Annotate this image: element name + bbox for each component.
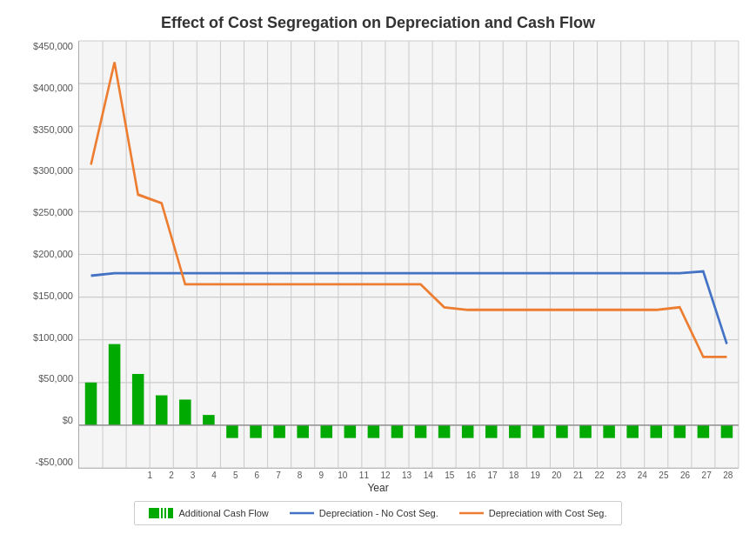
svg-rect-51 <box>345 425 357 438</box>
x-axis-label: 20 <box>546 471 568 480</box>
x-axis-label: 2 <box>161 471 183 480</box>
legend-no-seg-label: Depreciation - No Cost Seg. <box>319 508 438 518</box>
chart-legend: Additional Cash Flow Depreciation - No C… <box>134 501 621 525</box>
svg-rect-42 <box>132 374 144 425</box>
y-axis-label: $150,000 <box>33 290 73 301</box>
svg-rect-73 <box>170 508 173 518</box>
x-labels-row: 1234567891011121314151617181920212223242… <box>139 469 739 480</box>
svg-rect-66 <box>698 425 710 438</box>
y-axis-label: $100,000 <box>33 332 73 343</box>
svg-rect-41 <box>109 344 121 425</box>
svg-rect-65 <box>674 425 686 438</box>
svg-rect-62 <box>603 425 615 438</box>
svg-rect-54 <box>415 425 427 438</box>
x-axis-label: 21 <box>567 471 589 480</box>
x-axis-label: 26 <box>674 471 696 480</box>
y-axis-label: $0 <box>63 415 73 425</box>
svg-rect-43 <box>156 396 168 425</box>
chart-svg <box>79 41 739 468</box>
svg-rect-50 <box>320 425 332 438</box>
svg-rect-60 <box>556 425 568 438</box>
y-axis-labels: $450,000$400,000$350,000$300,000$250,000… <box>17 41 78 469</box>
legend-cash-flow: Additional Cash Flow <box>149 507 268 519</box>
svg-rect-46 <box>226 425 238 438</box>
x-axis-label: 13 <box>396 471 418 480</box>
svg-rect-53 <box>391 425 404 438</box>
svg-rect-40 <box>85 383 97 425</box>
x-axis-label: 8 <box>289 471 311 480</box>
x-axis-label: 23 <box>610 471 632 480</box>
y-axis-label: $450,000 <box>33 41 73 51</box>
svg-rect-69 <box>149 508 159 518</box>
x-axis-label: 3 <box>182 471 204 480</box>
x-axis-label: 7 <box>268 471 290 480</box>
svg-rect-45 <box>203 415 215 425</box>
x-axis-label: 24 <box>632 471 653 480</box>
x-axis-title: Year <box>17 482 739 494</box>
svg-rect-57 <box>485 425 498 438</box>
svg-rect-52 <box>368 425 380 438</box>
x-axis-label: 5 <box>224 471 246 480</box>
x-axis-label: 19 <box>525 471 546 480</box>
svg-rect-48 <box>273 425 285 438</box>
y-axis-label: $50,000 <box>38 373 73 384</box>
svg-rect-47 <box>250 425 262 438</box>
x-axis-label: 15 <box>439 471 461 480</box>
svg-rect-72 <box>168 508 170 518</box>
legend-with-seg-label: Depreciation with Cost Seg. <box>489 508 607 518</box>
y-axis-label: $250,000 <box>33 207 73 217</box>
legend-cash-flow-icon <box>149 507 173 519</box>
x-axis-label: 9 <box>311 471 332 480</box>
chart-area: $450,000$400,000$350,000$300,000$250,000… <box>17 41 739 494</box>
x-axis-area: 1234567891011121314151617181920212223242… <box>17 469 739 480</box>
svg-rect-56 <box>462 425 474 438</box>
chart-body: $450,000$400,000$350,000$300,000$250,000… <box>17 41 739 469</box>
y-axis-label: $350,000 <box>33 124 73 135</box>
y-axis-label: $400,000 <box>33 83 73 93</box>
x-axis-label: 6 <box>246 471 268 480</box>
svg-rect-64 <box>650 425 662 438</box>
legend-no-seg-icon <box>290 507 314 519</box>
x-axis-label: 27 <box>696 471 718 480</box>
plot-area <box>78 41 739 469</box>
x-axis-label: 4 <box>204 471 225 480</box>
svg-rect-63 <box>626 425 639 438</box>
y-axis-label: $200,000 <box>33 249 73 259</box>
x-axis-label: 17 <box>482 471 504 480</box>
y-axis-label: -$50,000 <box>36 457 73 467</box>
x-axis-label: 16 <box>460 471 482 480</box>
x-axis-label: 11 <box>353 471 375 480</box>
x-axis-label: 14 <box>418 471 439 480</box>
x-axis-label: 1 <box>139 471 161 480</box>
chart-title: Effect of Cost Segregation on Depreciati… <box>161 14 595 32</box>
x-axis-label: 12 <box>375 471 397 480</box>
svg-rect-61 <box>579 425 592 438</box>
svg-rect-67 <box>721 425 733 438</box>
x-axis-label: 25 <box>653 471 675 480</box>
legend-with-seg: Depreciation with Cost Seg. <box>459 507 607 519</box>
svg-rect-49 <box>297 425 309 438</box>
svg-rect-70 <box>161 508 163 518</box>
svg-rect-58 <box>509 425 521 438</box>
x-axis-label: 28 <box>717 471 739 480</box>
y-axis-label: $300,000 <box>33 165 73 176</box>
svg-rect-55 <box>438 425 451 438</box>
x-axis-label: 18 <box>503 471 525 480</box>
legend-with-seg-icon <box>459 507 484 519</box>
x-axis-label: 22 <box>589 471 611 480</box>
legend-no-seg: Depreciation - No Cost Seg. <box>290 507 438 519</box>
x-axis-label: 10 <box>331 471 353 480</box>
svg-rect-44 <box>179 399 191 424</box>
svg-rect-71 <box>164 508 166 518</box>
svg-rect-59 <box>532 425 545 438</box>
legend-cash-flow-label: Additional Cash Flow <box>178 508 268 518</box>
chart-container: Effect of Cost Segregation on Depreciati… <box>0 0 756 534</box>
